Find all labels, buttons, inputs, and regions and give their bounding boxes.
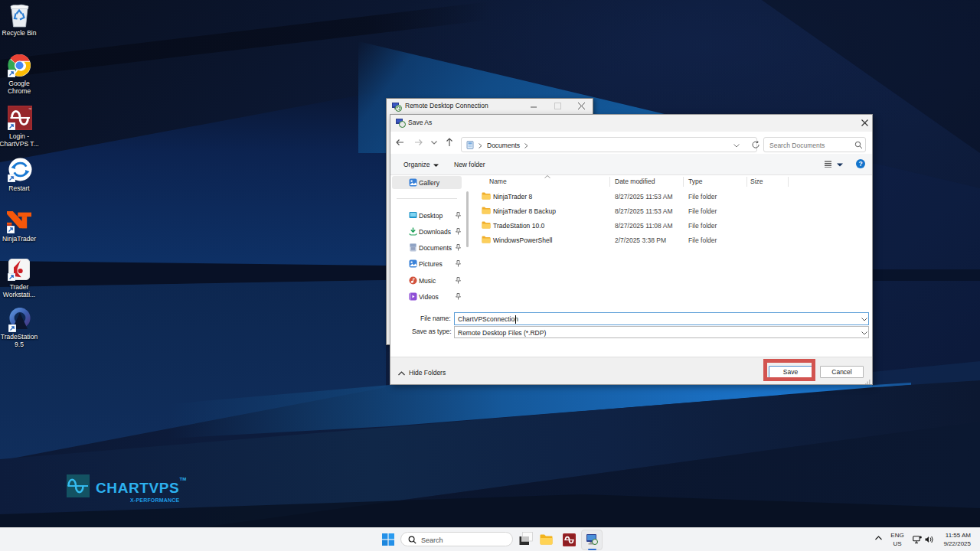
svg-text:TM: TM — [180, 477, 187, 481]
svg-text:CHARTVPS: CHARTVPS — [96, 480, 179, 496]
svg-text:X-PERFORMANCE: X-PERFORMANCE — [130, 497, 180, 503]
svg-text:™: ™ — [28, 107, 31, 111]
